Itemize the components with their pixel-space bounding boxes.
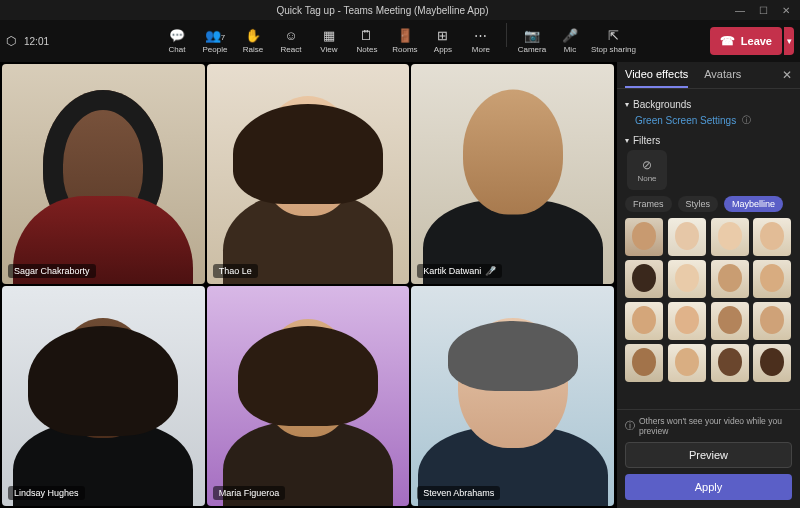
participant-name-tag: Steven Abrahams (417, 486, 500, 500)
participant-name-tag: Sagar Chakraborty (8, 264, 96, 278)
chat-icon: 💬 (169, 29, 185, 43)
stop-sharing-button[interactable]: ⇱ Stop sharing (591, 23, 636, 59)
preview-hint: ⓘ Others won't see your video while you … (625, 416, 792, 436)
participant-tile[interactable]: Maria Figueroa (207, 286, 410, 506)
meeting-duration: 12:01 (24, 36, 49, 47)
green-screen-link[interactable]: Green Screen Settings ⓘ (635, 114, 792, 127)
filter-thumbnail[interactable] (625, 260, 663, 298)
none-icon: ⊘ (642, 158, 652, 172)
filter-none[interactable]: ⊘ None (627, 150, 667, 190)
participant-video (2, 286, 205, 506)
mic-muted-icon: 🎤̸ (485, 266, 496, 276)
panel-tabs: Video effects Avatars ✕ (617, 62, 800, 89)
filter-thumbnail[interactable] (668, 302, 706, 340)
section-backgrounds[interactable]: ▾ Backgrounds (625, 99, 792, 110)
filter-thumbnail[interactable] (711, 302, 749, 340)
panel-body: ▾ Backgrounds Green Screen Settings ⓘ ▾ … (617, 89, 800, 409)
participant-video (2, 64, 205, 284)
tab-video-effects[interactable]: Video effects (625, 68, 688, 88)
chevron-down-icon: ▾ (625, 100, 629, 109)
phone-hangup-icon: ☎ (720, 34, 735, 48)
pill-styles[interactable]: Styles (678, 196, 719, 212)
camera-icon: 📷 (524, 29, 540, 43)
view-button[interactable]: ▦ View (312, 23, 346, 59)
leave-button[interactable]: ☎ Leave (710, 27, 782, 55)
filter-thumbnail[interactable] (668, 260, 706, 298)
filter-thumbnail[interactable] (753, 302, 791, 340)
more-button[interactable]: ⋯ More (464, 23, 498, 59)
panel-close-button[interactable]: ✕ (782, 68, 792, 88)
video-effects-panel: Video effects Avatars ✕ ▾ Backgrounds Gr… (616, 62, 800, 508)
chevron-down-icon: ▾ (625, 136, 629, 145)
toolbar-divider (506, 23, 507, 47)
window-title: Quick Tag up - Teams Meeting (Maybelline… (40, 5, 725, 16)
mic-icon: 🎤 (562, 29, 578, 43)
participant-name-tag: Kartik Datwani 🎤̸ (417, 264, 502, 278)
react-button[interactable]: ☺ React (274, 23, 308, 59)
title-bar: Quick Tag up - Teams Meeting (Maybelline… (0, 0, 800, 20)
people-button[interactable]: 👥7 People (198, 23, 232, 59)
window-maximize-button[interactable]: ☐ (759, 5, 768, 16)
filter-category-pills: Frames Styles Maybelline (625, 196, 792, 212)
filter-thumbnail[interactable] (711, 344, 749, 382)
camera-button[interactable]: 📷 Camera (515, 23, 549, 59)
filter-thumbnail[interactable] (625, 344, 663, 382)
participant-name-tag: Thao Le (213, 264, 258, 278)
leave-options-button[interactable]: ▾ (784, 27, 794, 55)
apps-icon: ⊞ (437, 29, 448, 43)
info-icon: ⓘ (742, 114, 751, 127)
chat-button[interactable]: 💬 Chat (160, 23, 194, 59)
participant-tile[interactable]: Kartik Datwani 🎤̸ (411, 64, 614, 284)
preview-button[interactable]: Preview (625, 442, 792, 468)
participant-tile[interactable]: Sagar Chakraborty (2, 64, 205, 284)
filter-thumbnail[interactable] (625, 302, 663, 340)
filter-thumbnail[interactable] (711, 218, 749, 256)
ellipsis-icon: ⋯ (474, 29, 487, 43)
participant-video (411, 64, 614, 284)
filter-thumbnail[interactable] (753, 260, 791, 298)
rooms-button[interactable]: 🚪 Rooms (388, 23, 422, 59)
teams-meeting-window: Quick Tag up - Teams Meeting (Maybelline… (0, 0, 800, 508)
mic-button[interactable]: 🎤 Mic (553, 23, 587, 59)
participant-video (411, 286, 614, 506)
video-grid: Sagar Chakraborty Thao Le (0, 62, 616, 508)
participant-tile[interactable]: Steven Abrahams (411, 286, 614, 506)
filter-thumbnail[interactable] (711, 260, 749, 298)
pill-maybelline[interactable]: Maybelline (724, 196, 783, 212)
notes-icon: 🗒 (360, 29, 373, 43)
raise-hand-button[interactable]: ✋ Raise (236, 23, 270, 59)
react-icon: ☺ (284, 29, 297, 43)
participant-name-tag: Lindsay Hughes (8, 486, 85, 500)
notes-button[interactable]: 🗒 Notes (350, 23, 384, 59)
panel-footer: ⓘ Others won't see your video while you … (617, 409, 800, 508)
info-icon: ⓘ (625, 419, 635, 433)
tab-avatars[interactable]: Avatars (704, 68, 741, 88)
window-close-button[interactable]: ✕ (782, 5, 790, 16)
participant-video (207, 64, 410, 284)
participant-tile[interactable]: Thao Le (207, 64, 410, 284)
rooms-icon: 🚪 (397, 29, 413, 43)
filter-thumbnail[interactable] (753, 344, 791, 382)
meeting-main: Sagar Chakraborty Thao Le (0, 62, 800, 508)
shield-icon: ⬡ (6, 34, 16, 48)
chevron-down-icon: ▾ (787, 36, 792, 46)
hand-icon: ✋ (245, 29, 261, 43)
participant-name-tag: Maria Figueroa (213, 486, 286, 500)
window-minimize-button[interactable]: ― (735, 5, 745, 16)
filter-thumbnail[interactable] (668, 344, 706, 382)
filter-thumbnail[interactable] (753, 218, 791, 256)
apply-button[interactable]: Apply (625, 474, 792, 500)
pill-frames[interactable]: Frames (625, 196, 672, 212)
filter-thumbnail[interactable] (668, 218, 706, 256)
section-filters[interactable]: ▾ Filters (625, 135, 792, 146)
participant-tile[interactable]: Lindsay Hughes (2, 286, 205, 506)
view-icon: ▦ (323, 29, 335, 43)
share-icon: ⇱ (608, 29, 619, 43)
meeting-toolbar: ⬡ 12:01 💬 Chat 👥7 People ✋ Raise ☺ React… (0, 20, 800, 62)
filter-thumbnail[interactable] (625, 218, 663, 256)
apps-button[interactable]: ⊞ Apps (426, 23, 460, 59)
filter-thumbnails (625, 218, 792, 382)
people-icon: 👥7 (205, 29, 225, 43)
participant-video (207, 286, 410, 506)
